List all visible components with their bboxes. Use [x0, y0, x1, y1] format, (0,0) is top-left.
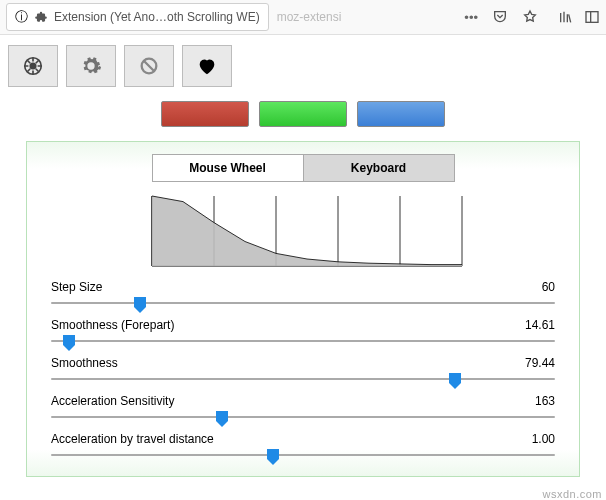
slider-track[interactable] [49, 332, 557, 350]
info-icon[interactable]: ⓘ [15, 8, 28, 26]
address-actions: ••• [464, 9, 544, 25]
svg-point-2 [30, 63, 36, 69]
slider-label: Step Size [51, 280, 102, 294]
slider-row: Step Size 60 [49, 280, 557, 312]
color-tile-red[interactable] [161, 101, 249, 127]
wheel-mode-button[interactable] [8, 45, 58, 87]
slider-value: 1.00 [532, 432, 555, 446]
slider-value: 163 [535, 394, 555, 408]
sidebar-icon[interactable] [584, 9, 600, 25]
slider-row: Smoothness (Forepart) 14.61 [49, 318, 557, 350]
slider-value: 79.44 [525, 356, 555, 370]
slider-label: Acceleration by travel distance [51, 432, 214, 446]
slider-thumb[interactable] [448, 372, 462, 390]
slider-label: Smoothness (Forepart) [51, 318, 174, 332]
more-icon[interactable]: ••• [464, 10, 478, 25]
slider-value: 60 [542, 280, 555, 294]
slider-row: Acceleration Sensitivity 163 [49, 394, 557, 426]
slider-row: Smoothness 79.44 [49, 356, 557, 388]
slider-value: 14.61 [525, 318, 555, 332]
slider-row: Acceleration by travel distance 1.00 [49, 432, 557, 464]
slider-label: Smoothness [51, 356, 118, 370]
forbidden-mode-button[interactable] [124, 45, 174, 87]
color-tile-green[interactable] [259, 101, 347, 127]
bookmark-star-icon[interactable] [522, 9, 538, 25]
browser-chrome: ⓘ Extension (Yet Ano…oth Scrolling WE) m… [0, 0, 606, 35]
gear-mode-button[interactable] [66, 45, 116, 87]
slider-thumb[interactable] [215, 410, 229, 428]
slider-thumb[interactable] [266, 448, 280, 466]
slider-list: Step Size 60 Smoothness (Forepart) 14.61… [49, 280, 557, 464]
slider-track[interactable] [49, 294, 557, 312]
tab-keyboard[interactable]: Keyboard [304, 154, 455, 182]
curve-chart [49, 192, 557, 274]
heart-mode-button[interactable] [182, 45, 232, 87]
address-bar[interactable]: ⓘ Extension (Yet Ano…oth Scrolling WE) [6, 3, 269, 31]
url-hint[interactable]: moz-extensi [277, 10, 465, 24]
svg-rect-0 [586, 12, 598, 23]
slider-track[interactable] [49, 370, 557, 388]
slider-thumb[interactable] [133, 296, 147, 314]
pocket-icon[interactable] [492, 9, 508, 25]
toolbar-right [558, 9, 600, 25]
color-tiles [8, 101, 598, 127]
settings-panel: Mouse Wheel Keyboard Step Size 60 Smooth… [26, 141, 580, 477]
puzzle-icon [34, 10, 48, 24]
slider-label: Acceleration Sensitivity [51, 394, 174, 408]
watermark: wsxdn.com [542, 488, 602, 500]
library-icon[interactable] [558, 9, 574, 25]
color-tile-blue[interactable] [357, 101, 445, 127]
tab-strip: Mouse Wheel Keyboard [49, 154, 557, 182]
mode-toolbar [8, 45, 598, 87]
slider-track[interactable] [49, 408, 557, 426]
slider-track[interactable] [49, 446, 557, 464]
tab-title: Extension (Yet Ano…oth Scrolling WE) [54, 10, 260, 24]
tab-mouse-wheel[interactable]: Mouse Wheel [152, 154, 304, 182]
slider-thumb[interactable] [62, 334, 76, 352]
